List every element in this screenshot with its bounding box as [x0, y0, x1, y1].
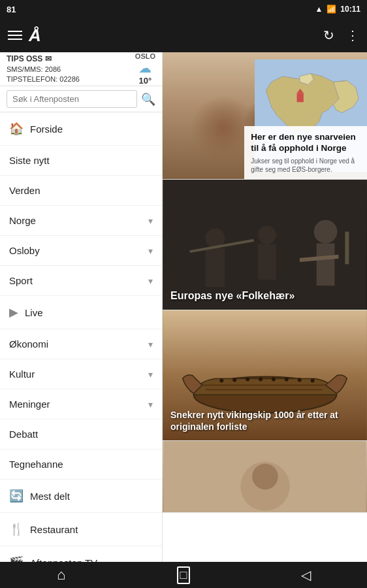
tips-title: TIPS OSS ✉: [7, 54, 80, 65]
card1-subtitle: Jukser seg til opphold i Norge ved å gif…: [251, 157, 360, 174]
article-card-2[interactable]: Europas nye «Folkehær»: [163, 180, 367, 310]
svg-point-19: [259, 377, 263, 381]
nav-item-left: Siste nytt: [9, 155, 50, 166]
chevron-down-icon: ▾: [148, 276, 153, 286]
tv-icon: 🎬: [9, 555, 24, 562]
app-bar: Å ↻ ⋮: [0, 18, 367, 52]
svg-point-10: [314, 220, 338, 244]
svg-point-26: [252, 464, 278, 490]
nav-back-button[interactable]: ◁: [286, 562, 325, 588]
okonomi-label: Økonomi: [9, 338, 48, 350]
sidebar-item-meninger[interactable]: Meninger ▾: [0, 389, 162, 419]
nav-item-left: Osloby: [9, 245, 40, 256]
sidebar-item-restaurant[interactable]: 🍴 Restaurant: [0, 513, 162, 546]
svg-point-16: [219, 378, 223, 382]
back-icon: ◁: [301, 567, 311, 583]
forside-label: Forside: [30, 123, 63, 135]
card1-text-overlay: Her er den nye snarveien til å få opphol…: [244, 126, 367, 179]
envelope-icon: ✉: [45, 54, 52, 65]
home-icon: 🏠: [9, 122, 24, 136]
chevron-down-icon: ▾: [148, 339, 153, 350]
sidebar: TIPS OSS ✉ SMS/MMS: 2086 TIPSTELEFON: 02…: [0, 52, 163, 562]
sidebar-item-debatt[interactable]: Debatt: [0, 419, 162, 449]
nav-item-left: Sport: [9, 275, 33, 286]
wifi-icon: ▲: [315, 5, 323, 14]
nav-item-left: Verden: [9, 185, 40, 196]
content-area[interactable]: Her er den nye snarveien til å få opphol…: [163, 52, 367, 562]
nav-item-left: 🏠 Forside: [9, 122, 63, 136]
battery-text: 81: [7, 5, 16, 14]
svg-rect-7: [258, 244, 276, 280]
nav-item-left: Norge: [9, 215, 36, 226]
sidebar-item-okonomi[interactable]: Økonomi ▾: [0, 329, 162, 359]
sidebar-item-forside[interactable]: 🏠 Forside: [0, 112, 162, 146]
sidebar-item-osloby[interactable]: Osloby ▾: [0, 236, 162, 266]
article-card-4[interactable]: [163, 441, 367, 513]
home-nav-icon: ⌂: [57, 566, 65, 583]
svg-rect-11: [317, 244, 335, 286]
time-display: 10:11: [340, 5, 360, 14]
osloby-label: Osloby: [9, 245, 40, 256]
nav-item-left: 🎬 Aftenposten TV: [9, 555, 97, 562]
search-button[interactable]: 🔍: [141, 92, 155, 106]
search-input[interactable]: [7, 90, 137, 108]
svg-rect-1: [296, 93, 303, 103]
hamburger-line3: [8, 39, 22, 40]
svg-point-23: [311, 378, 315, 382]
article-card-3[interactable]: Snekrer nytt vikingskip 1000 år etter at…: [163, 310, 367, 441]
chevron-down-icon: ▾: [148, 369, 153, 380]
nav-recents-button[interactable]: □: [164, 562, 203, 588]
tips-left: TIPS OSS ✉ SMS/MMS: 2086 TIPSTELEFON: 02…: [7, 54, 80, 85]
status-bar-right: ▲ 📶 10:11: [315, 5, 360, 14]
app-bar-right: ↻ ⋮: [323, 27, 359, 43]
svg-point-18: [246, 377, 249, 381]
nav-item-left: 🍴 Restaurant: [9, 522, 78, 536]
share-icon: 🔄: [9, 489, 24, 503]
nav-item-left: Debatt: [9, 429, 38, 440]
article-card-1[interactable]: Her er den nye snarveien til å få opphol…: [163, 52, 367, 180]
search-icon: 🔍: [141, 93, 155, 106]
svg-point-6: [258, 226, 276, 244]
svg-point-20: [272, 377, 276, 381]
svg-rect-5: [205, 248, 225, 287]
tips-phone: TIPSTELEFON: 02286: [7, 74, 80, 84]
sidebar-item-tegnehanne[interactable]: Tegnehanne: [0, 449, 162, 480]
sidebar-item-live[interactable]: ▶ Live: [0, 296, 162, 329]
svg-point-21: [285, 377, 289, 381]
siste-nytt-label: Siste nytt: [9, 155, 50, 166]
mest-delt-label: Mest delt: [30, 491, 70, 502]
recents-icon: □: [177, 566, 191, 584]
sidebar-item-verden[interactable]: Verden: [0, 176, 162, 206]
chevron-down-icon: ▾: [148, 399, 153, 410]
card4-svg: [163, 441, 367, 512]
more-options-button[interactable]: ⋮: [346, 27, 359, 43]
nav-home-button[interactable]: ⌂: [42, 562, 81, 588]
nav-item-left: Meninger: [9, 399, 50, 410]
refresh-button[interactable]: ↻: [323, 27, 334, 43]
sidebar-item-mest-delt[interactable]: 🔄 Mest delt: [0, 480, 162, 513]
city-label: OSLO: [135, 52, 155, 60]
chevron-down-icon: ▾: [148, 216, 153, 226]
live-label: Live: [25, 307, 43, 318]
svg-rect-9: [345, 232, 349, 265]
status-bar: 81 ▲ 📶 10:11: [0, 0, 367, 18]
nav-item-left: ▶ Live: [9, 305, 43, 319]
sidebar-item-aftenposten-tv[interactable]: 🎬 Aftenposten TV: [0, 546, 162, 562]
tegnehanne-label: Tegnehanne: [9, 459, 63, 470]
app-logo: Å: [29, 25, 40, 46]
sidebar-item-kultur[interactable]: Kultur ▾: [0, 359, 162, 389]
verden-label: Verden: [9, 185, 40, 196]
chevron-down-icon: ▾: [148, 246, 153, 256]
sidebar-item-norge[interactable]: Norge ▾: [0, 206, 162, 236]
play-icon: ▶: [9, 305, 18, 319]
hamburger-line2: [8, 35, 22, 36]
sidebar-item-sport[interactable]: Sport ▾: [0, 266, 162, 296]
bottom-navigation: ⌂ □ ◁: [0, 562, 367, 588]
card1-title: Her er den nye snarveien til å få opphol…: [251, 131, 360, 154]
aftenposten-tv-label: Aftenposten TV: [30, 557, 97, 563]
sidebar-item-siste-nytt[interactable]: Siste nytt: [0, 146, 162, 176]
hamburger-menu-button[interactable]: [8, 31, 22, 40]
tips-label: TIPS OSS: [7, 54, 42, 65]
card2-title: Europas nye «Folkehær»: [170, 290, 295, 302]
sport-label: Sport: [9, 275, 33, 286]
